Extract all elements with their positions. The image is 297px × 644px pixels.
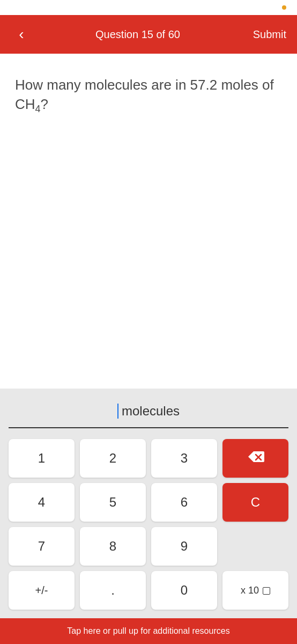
key-decimal[interactable]: .: [80, 571, 146, 610]
status-dot: [282, 5, 286, 10]
status-bar: [0, 0, 297, 15]
key-0[interactable]: 0: [151, 571, 217, 610]
key-4[interactable]: 4: [9, 483, 75, 522]
question-suffix: ?: [41, 96, 48, 112]
question-subscript: 4: [35, 104, 41, 115]
x10-label: x 10: [241, 585, 270, 596]
bottom-bar-text: Tap here or pull up for additional resou…: [67, 626, 229, 636]
key-3[interactable]: 3: [151, 439, 217, 478]
question-area: How many molecules are in 57.2 moles of …: [0, 54, 297, 133]
question-counter: Question 15 of 60: [32, 28, 243, 41]
bottom-bar[interactable]: Tap here or pull up for additional resou…: [0, 618, 297, 644]
input-cursor: [117, 404, 118, 419]
question-text: How many molecules are in 57.2 moles of …: [15, 75, 282, 116]
submit-button[interactable]: Submit: [243, 28, 286, 41]
key-1[interactable]: 1: [9, 439, 75, 478]
backspace-icon: [247, 450, 264, 466]
question-main-text: How many molecules are in 57.2 moles of …: [15, 77, 274, 112]
input-unit: molecules: [122, 404, 180, 419]
calculator-area: molecules 1 2 3 4 5 6 C 7 8 9 +/- .: [0, 389, 297, 618]
key-7[interactable]: 7: [9, 527, 75, 566]
key-2[interactable]: 2: [80, 439, 146, 478]
key-6[interactable]: 6: [151, 483, 217, 522]
back-icon: ‹: [19, 26, 24, 43]
key-8[interactable]: 8: [80, 527, 146, 566]
key-empty: [222, 527, 288, 566]
key-x10[interactable]: x 10: [222, 571, 288, 610]
keypad: 1 2 3 4 5 6 C 7 8 9 +/- . 0 x 10: [9, 439, 288, 610]
key-clear[interactable]: C: [222, 483, 288, 522]
back-button[interactable]: ‹: [11, 24, 32, 45]
key-plusminus[interactable]: +/-: [9, 571, 75, 610]
key-backspace[interactable]: [222, 439, 288, 478]
key-5[interactable]: 5: [80, 483, 146, 522]
header: ‹ Question 15 of 60 Submit: [0, 15, 297, 54]
key-9[interactable]: 9: [151, 527, 217, 566]
input-display: molecules: [9, 399, 288, 428]
